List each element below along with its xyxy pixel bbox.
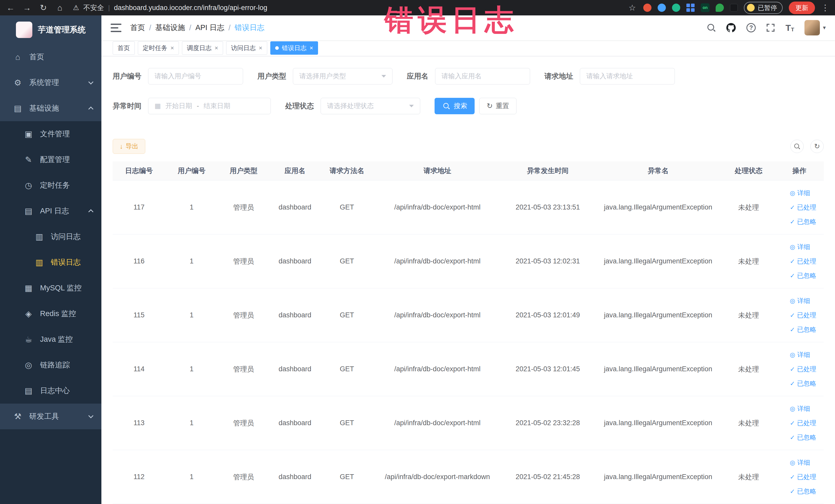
chrome-update-button[interactable]: 更新 <box>789 2 815 14</box>
back-icon[interactable]: ← <box>6 3 15 13</box>
bookmark-star-icon[interactable]: ☆ <box>627 3 637 13</box>
col-request-url: 请求地址 <box>373 161 502 181</box>
ignored-link[interactable]: ✓已忽略 <box>790 268 822 283</box>
sidebar-item-trace[interactable]: ◎ 链路追踪 <box>0 352 101 378</box>
user-menu[interactable]: ▾ <box>805 20 826 36</box>
extension-grid-icon[interactable] <box>686 4 695 12</box>
extension-icon-2[interactable] <box>658 4 666 12</box>
sidebar-item-system[interactable]: ⚙ 系统管理 <box>0 70 101 96</box>
breadcrumb-api-log[interactable]: API 日志 <box>195 23 224 33</box>
processed-link[interactable]: ✓已处理 <box>790 362 822 377</box>
detail-link[interactable]: ◎详细 <box>790 294 822 308</box>
sidebar-item-redis[interactable]: ◈ Redis 监控 <box>0 301 101 327</box>
detail-link[interactable]: ◎详细 <box>790 348 822 362</box>
col-method: 请求方法名 <box>321 161 373 181</box>
logo-image <box>16 22 32 38</box>
address-bar[interactable]: ⚠ 不安全 | dashboard.yudao.iocoder.cn/infra… <box>73 3 621 12</box>
paused-badge[interactable]: 已暂停 <box>744 2 782 14</box>
sidebar-item-infra[interactable]: ▤ 基础设施 <box>0 96 101 121</box>
fullscreen-icon[interactable] <box>766 23 775 32</box>
sidebar-logo[interactable]: 芋道管理系统 <box>0 15 101 44</box>
close-icon[interactable]: × <box>170 44 174 52</box>
chevron-down-icon <box>88 79 94 84</box>
reload-icon[interactable]: ↻ <box>39 3 48 13</box>
close-icon[interactable]: × <box>259 44 262 52</box>
tab-access-log[interactable]: 访问日志 × <box>226 41 267 55</box>
search-icon <box>794 143 800 149</box>
processed-link[interactable]: ✓已处理 <box>790 470 822 484</box>
sidebar-item-mysql[interactable]: ▦ MySQL 监控 <box>0 275 101 301</box>
browser-toolbar: ← → ↻ ⌂ ⚠ 不安全 | dashboard.yudao.iocoder.… <box>0 0 835 15</box>
home-icon[interactable]: ⌂ <box>55 3 65 13</box>
extension-icon-1[interactable] <box>643 4 651 12</box>
sidebar-item-job[interactable]: ◷ 定时任务 <box>0 173 101 198</box>
calendar-icon: ▦ <box>155 102 161 110</box>
process-status-label: 处理状态 <box>285 101 314 111</box>
browser-menu-icon[interactable]: ⋮ <box>821 3 829 13</box>
ignored-link[interactable]: ✓已忽略 <box>790 215 822 229</box>
sidebar-item-file[interactable]: ▣ 文件管理 <box>0 121 101 147</box>
tab-job-log[interactable]: 调度日志 × <box>182 41 223 55</box>
extension-sprout-icon[interactable] <box>716 4 724 12</box>
tab-job[interactable]: 定时任务 × <box>138 41 179 55</box>
font-size-icon[interactable] <box>786 23 794 32</box>
navbar-actions: ? ▾ <box>707 20 826 36</box>
error-log-table: 日志编号 用户编号 用户类型 应用名 请求方法名 请求地址 异常发生时间 异常名… <box>113 161 824 504</box>
sidebar: 芋道管理系统 ⌂ 首页 ⚙ 系统管理 ▤ 基础设施 ▣ 文件管理 ✎ <box>0 15 101 504</box>
search-button[interactable]: 搜索 <box>434 98 475 114</box>
export-button[interactable]: ↓ 导出 <box>113 139 145 154</box>
user-type-select[interactable]: 请选择用户类型 <box>293 68 392 84</box>
refresh-button[interactable]: ↻ <box>810 140 824 153</box>
active-dot-icon <box>275 46 279 50</box>
breadcrumb-infra[interactable]: 基础设施 <box>155 23 185 33</box>
table-header-row: 日志编号 用户编号 用户类型 应用名 请求方法名 请求地址 异常发生时间 异常名… <box>113 161 824 181</box>
sidebar-item-error-log[interactable]: ▥ 错误日志 <box>0 249 101 275</box>
tab-home[interactable]: 首页 <box>113 41 135 55</box>
col-log-id: 日志编号 <box>113 161 165 181</box>
processed-link[interactable]: ✓已处理 <box>790 308 822 322</box>
sidebar-item-home[interactable]: ⌂ 首页 <box>0 44 101 70</box>
process-status-select[interactable]: 请选择处理状态 <box>321 98 420 114</box>
hamburger-icon[interactable] <box>110 24 121 32</box>
sidebar-item-api-log[interactable]: ▤ API 日志 <box>0 198 101 224</box>
sidebar-item-config[interactable]: ✎ 配置管理 <box>0 147 101 173</box>
sidebar-item-dev-tools[interactable]: ⚒ 研发工具 <box>0 404 101 429</box>
sidebar-item-log-center[interactable]: ▤ 日志中心 <box>0 378 101 404</box>
row-actions: ◎详细 ✓已处理 ✓已忽略 <box>775 288 824 342</box>
processed-link[interactable]: ✓已处理 <box>790 254 822 268</box>
sidebar-item-access-log[interactable]: ▥ 访问日志 <box>0 224 101 249</box>
tab-error-log[interactable]: 错误日志 × <box>270 41 318 55</box>
extension-icon-4[interactable] <box>730 4 738 12</box>
detail-link[interactable]: ◎详细 <box>790 456 822 470</box>
toggle-search-button[interactable] <box>790 140 804 153</box>
close-icon[interactable]: × <box>309 44 313 52</box>
status-badge: 未处理 <box>722 396 775 450</box>
processed-link[interactable]: ✓已处理 <box>790 416 822 430</box>
table-row: 117 1 管理员 dashboard GET /api/infra/db-do… <box>113 181 824 235</box>
request-url-input[interactable] <box>586 72 668 80</box>
ignored-link[interactable]: ✓已忽略 <box>790 484 822 499</box>
ignored-link[interactable]: ✓已忽略 <box>790 430 822 445</box>
extension-icon-3[interactable] <box>672 4 680 12</box>
close-icon[interactable]: × <box>215 44 218 52</box>
reset-button[interactable]: ↻ 重置 <box>479 98 516 114</box>
breadcrumb-home[interactable]: 首页 <box>130 23 145 33</box>
start-date-placeholder: 开始日期 <box>166 101 192 110</box>
extension-on-icon[interactable]: on <box>701 3 710 12</box>
detail-link[interactable]: ◎详细 <box>790 186 822 200</box>
app-name-input[interactable] <box>442 72 524 80</box>
forward-icon[interactable]: → <box>22 3 32 13</box>
date-range-picker[interactable]: ▦ 开始日期 - 结束日期 <box>148 98 271 114</box>
refresh-icon: ↻ <box>814 142 820 150</box>
ignored-link[interactable]: ✓已忽略 <box>790 322 822 337</box>
detail-link[interactable]: ◎详细 <box>790 402 822 416</box>
help-icon[interactable]: ? <box>747 23 756 32</box>
search-icon[interactable] <box>707 23 716 32</box>
check-icon: ✓ <box>790 273 795 279</box>
user-id-input[interactable] <box>155 72 237 80</box>
detail-link[interactable]: ◎详细 <box>790 240 822 254</box>
ignored-link[interactable]: ✓已忽略 <box>790 377 822 391</box>
sidebar-item-java[interactable]: ☕ Java 监控 <box>0 327 101 352</box>
github-icon[interactable] <box>726 23 736 33</box>
processed-link[interactable]: ✓已处理 <box>790 200 822 215</box>
